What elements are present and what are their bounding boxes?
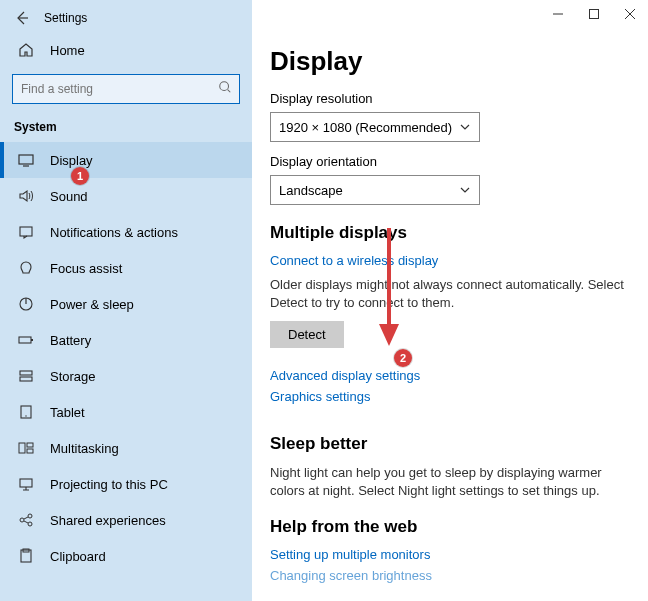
section-label: System [0, 118, 252, 142]
svg-rect-11 [27, 443, 33, 447]
annotation-callout-1: 1 [71, 167, 89, 185]
battery-icon [18, 332, 34, 348]
sidebar-item-notifications[interactable]: Notifications & actions [0, 214, 252, 250]
resolution-select[interactable]: 1920 × 1080 (Recommended) [270, 112, 480, 142]
sidebar-item-sound[interactable]: Sound [0, 178, 252, 214]
svg-point-14 [20, 518, 24, 522]
tablet-icon [18, 404, 34, 420]
chevron-down-icon [459, 121, 471, 133]
content: Display Display resolution 1920 × 1080 (… [252, 0, 648, 599]
connect-wireless-link[interactable]: Connect to a wireless display [270, 253, 630, 268]
sidebar-item-tablet[interactable]: Tablet [0, 394, 252, 430]
sidebar-item-label: Power & sleep [50, 297, 134, 312]
help-from-web-heading: Help from the web [270, 517, 630, 537]
svg-rect-10 [19, 443, 25, 453]
sidebar-item-label: Battery [50, 333, 91, 348]
clipboard-icon [18, 548, 34, 564]
sidebar-item-label: Tablet [50, 405, 85, 420]
close-button[interactable] [612, 0, 648, 28]
svg-rect-2 [20, 227, 32, 236]
home-label: Home [50, 43, 85, 58]
svg-point-9 [25, 415, 26, 416]
svg-rect-19 [590, 10, 599, 19]
svg-rect-13 [20, 479, 32, 487]
help-link-multiple-monitors[interactable]: Setting up multiple monitors [270, 547, 630, 562]
arrow-left-icon [14, 10, 30, 26]
focus-assist-icon [18, 260, 34, 276]
resolution-label: Display resolution [270, 91, 630, 106]
sound-icon [18, 188, 34, 204]
sidebar-item-label: Storage [50, 369, 96, 384]
svg-point-15 [28, 514, 32, 518]
graphics-settings-link[interactable]: Graphics settings [270, 389, 630, 404]
sidebar: Settings Home System Display Sound Notif… [0, 0, 252, 601]
orientation-value: Landscape [279, 183, 343, 198]
sleep-better-heading: Sleep better [270, 434, 630, 454]
orientation-label: Display orientation [270, 154, 630, 169]
main-pane: Display Display resolution 1920 × 1080 (… [252, 0, 648, 601]
annotation-callout-2: 2 [394, 349, 412, 367]
back-button[interactable] [12, 8, 32, 28]
detect-button[interactable]: Detect [270, 321, 344, 348]
sidebar-item-label: Projecting to this PC [50, 477, 168, 492]
advanced-display-settings-link[interactable]: Advanced display settings [270, 368, 630, 383]
sidebar-item-label: Multitasking [50, 441, 119, 456]
close-icon [625, 9, 635, 19]
sidebar-item-label: Notifications & actions [50, 225, 178, 240]
orientation-select[interactable]: Landscape [270, 175, 480, 205]
sleep-paragraph: Night light can help you get to sleep by… [270, 464, 630, 499]
home-icon [18, 42, 34, 58]
resolution-value: 1920 × 1080 (Recommended) [279, 120, 452, 135]
display-icon [18, 152, 34, 168]
sidebar-item-power-sleep[interactable]: Power & sleep [0, 286, 252, 322]
notifications-icon [18, 224, 34, 240]
sidebar-item-label: Focus assist [50, 261, 122, 276]
search-wrap [0, 68, 252, 118]
power-icon [18, 296, 34, 312]
sidebar-item-label: Sound [50, 189, 88, 204]
sidebar-item-battery[interactable]: Battery [0, 322, 252, 358]
multiple-displays-heading: Multiple displays [270, 223, 630, 243]
svg-point-16 [28, 522, 32, 526]
projecting-icon [18, 476, 34, 492]
sidebar-item-label: Shared experiences [50, 513, 166, 528]
titlebar: Settings [0, 0, 252, 32]
svg-rect-12 [27, 449, 33, 453]
svg-rect-5 [31, 339, 33, 341]
storage-icon [18, 368, 34, 384]
page-title: Display [270, 46, 630, 77]
svg-rect-4 [19, 337, 31, 343]
sidebar-item-projecting[interactable]: Projecting to this PC [0, 466, 252, 502]
nav-list: Display Sound Notifications & actions Fo… [0, 142, 252, 574]
window-controls [540, 0, 648, 28]
window-title: Settings [44, 11, 87, 25]
svg-rect-6 [20, 371, 32, 375]
sidebar-item-shared-experiences[interactable]: Shared experiences [0, 502, 252, 538]
help-link-brightness[interactable]: Changing screen brightness [270, 568, 630, 583]
maximize-icon [589, 9, 599, 19]
sidebar-item-display[interactable]: Display [0, 142, 252, 178]
sidebar-item-clipboard[interactable]: Clipboard [0, 538, 252, 574]
svg-rect-7 [20, 377, 32, 381]
svg-rect-1 [19, 155, 33, 164]
sidebar-item-label: Display [50, 153, 93, 168]
minimize-button[interactable] [540, 0, 576, 28]
search-input[interactable] [12, 74, 240, 104]
home-button[interactable]: Home [0, 32, 252, 68]
maximize-button[interactable] [576, 0, 612, 28]
shared-experiences-icon [18, 512, 34, 528]
detect-paragraph: Older displays might not always connect … [270, 276, 630, 311]
sidebar-item-multitasking[interactable]: Multitasking [0, 430, 252, 466]
sidebar-item-storage[interactable]: Storage [0, 358, 252, 394]
chevron-down-icon [459, 184, 471, 196]
sidebar-item-label: Clipboard [50, 549, 106, 564]
minimize-icon [553, 9, 563, 19]
sidebar-item-focus-assist[interactable]: Focus assist [0, 250, 252, 286]
multitasking-icon [18, 440, 34, 456]
